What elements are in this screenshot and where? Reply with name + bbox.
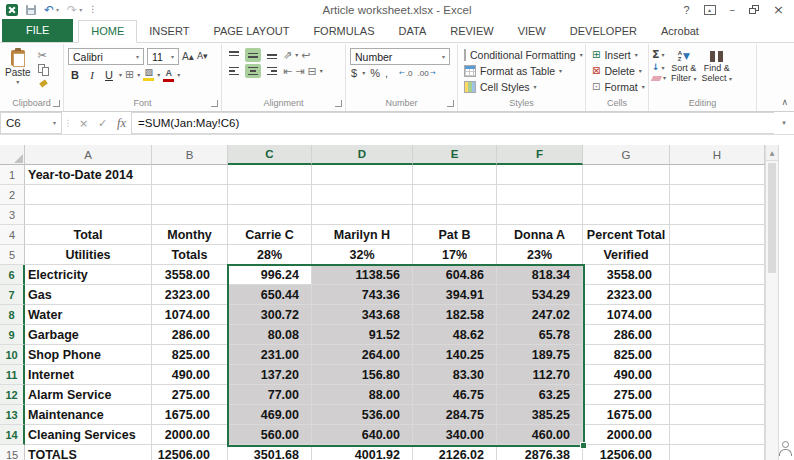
row-header-7[interactable]: 7 (0, 285, 25, 305)
cell-A12[interactable]: Alarm Service (25, 385, 152, 405)
close-button[interactable]: × (773, 3, 784, 16)
font-dialog-launcher[interactable] (211, 100, 218, 107)
cell-A14[interactable]: Cleaning Services (25, 425, 152, 445)
increase-decimal-button[interactable]: ← .0 (399, 69, 413, 78)
ribbon-display-options-icon[interactable]: ▴ (704, 5, 716, 15)
delete-cells-button[interactable]: ⊠ Delete ▾ (586, 63, 648, 79)
increase-font-size-button[interactable]: A▴ (182, 52, 194, 62)
increase-indent-button[interactable]: ⇥ (295, 66, 304, 77)
cell-D7[interactable]: 743.36 (312, 285, 413, 305)
cell-B10[interactable]: 825.00 (152, 345, 228, 365)
cell-B11[interactable]: 490.00 (152, 365, 228, 385)
cell-A10[interactable]: Shop Phone (25, 345, 152, 365)
cell-A4[interactable]: Total (25, 225, 152, 245)
cell-E10[interactable]: 140.25 (413, 345, 497, 365)
cell-F8[interactable]: 247.02 (497, 305, 583, 325)
cell-E7[interactable]: 394.91 (413, 285, 497, 305)
cell-H1[interactable] (670, 165, 765, 185)
cell-B1[interactable] (152, 165, 228, 185)
cell-B2[interactable] (152, 185, 228, 205)
row-header-4[interactable]: 4 (0, 225, 25, 245)
tab-insert[interactable]: INSERT (137, 21, 201, 42)
orientation-button[interactable]: ⇗ (283, 50, 292, 61)
row-header-2[interactable]: 2 (0, 185, 25, 205)
cell-H2[interactable] (670, 185, 765, 205)
cell-D3[interactable] (312, 205, 413, 225)
insert-cells-button[interactable]: ⊞ Insert ▾ (586, 47, 648, 63)
cell-D1[interactable] (312, 165, 413, 185)
cell-A15[interactable]: TOTALS (25, 445, 152, 460)
name-box[interactable]: C6 ▾ (0, 112, 62, 134)
cell-D11[interactable]: 156.80 (312, 365, 413, 385)
cell-D4[interactable]: Marilyn H (312, 225, 413, 245)
cell-C4[interactable]: Carrie C (228, 225, 312, 245)
tab-acrobat[interactable]: Acrobat (649, 21, 711, 42)
cell-C13[interactable]: 469.00 (228, 405, 312, 425)
cell-C11[interactable]: 137.20 (228, 365, 312, 385)
cell-B12[interactable]: 275.00 (152, 385, 228, 405)
row-header-13[interactable]: 13 (0, 405, 25, 425)
customize-qat-icon[interactable]: ⋮ (88, 5, 97, 14)
cell-G14[interactable]: 2000.00 (583, 425, 670, 445)
number-dialog-launcher[interactable] (447, 100, 454, 107)
redo-icon[interactable]: ↷ (67, 4, 77, 16)
cell-A13[interactable]: Maintenance (25, 405, 152, 425)
tab-developer[interactable]: DEVELOPER (558, 21, 649, 42)
cell-G1[interactable] (583, 165, 670, 185)
cell-B6[interactable]: 3558.00 (152, 265, 228, 285)
alignment-dialog-launcher[interactable] (335, 100, 342, 107)
cell-F10[interactable]: 189.75 (497, 345, 583, 365)
cell-F9[interactable]: 65.78 (497, 325, 583, 345)
bottom-align-button[interactable] (264, 48, 280, 62)
tab-formulas[interactable]: FORMULAS (301, 21, 386, 42)
decrease-decimal-button[interactable]: .00 → (418, 69, 436, 78)
cell-G15[interactable]: 12506.00 (583, 445, 670, 460)
autosum-button[interactable]: Σ▾ (652, 49, 666, 60)
cell-G7[interactable]: 2323.00 (583, 285, 670, 305)
cell-H8[interactable] (670, 305, 765, 325)
underline-dropdown-arrow-icon[interactable]: ▾ (119, 72, 122, 78)
cell-E9[interactable]: 48.62 (413, 325, 497, 345)
cell-E5[interactable]: 17% (413, 245, 497, 265)
minimize-button[interactable]: – (730, 4, 736, 15)
cell-E11[interactable]: 83.30 (413, 365, 497, 385)
format-painter-button[interactable] (38, 79, 49, 90)
column-header-A[interactable]: A (25, 145, 152, 165)
cell-A11[interactable]: Internet (25, 365, 152, 385)
cell-C15[interactable]: 3501.68 (228, 445, 312, 460)
cell-G8[interactable]: 1074.00 (583, 305, 670, 325)
borders-button[interactable]: ⊞ (125, 69, 134, 80)
cell-C1[interactable] (228, 165, 312, 185)
cell-A3[interactable] (25, 205, 152, 225)
cell-E12[interactable]: 46.75 (413, 385, 497, 405)
font-size-dropdown[interactable]: 11 ▾ (147, 48, 179, 65)
scroll-up-button[interactable]: ▲ (766, 145, 778, 161)
orientation-dropdown-arrow-icon[interactable]: ▾ (295, 52, 298, 58)
cell-A6[interactable]: Electricity (25, 265, 152, 285)
cell-H6[interactable] (670, 265, 765, 285)
paste-button[interactable]: Paste ▾ (2, 48, 34, 90)
cell-D9[interactable]: 91.52 (312, 325, 413, 345)
cell-F11[interactable]: 112.70 (497, 365, 583, 385)
cell-F4[interactable]: Donna A (497, 225, 583, 245)
cell-D6[interactable]: 1138.56 (312, 265, 413, 285)
cell-E15[interactable]: 2126.02 (413, 445, 497, 460)
cell-D15[interactable]: 4001.92 (312, 445, 413, 460)
cell-E4[interactable]: Pat B (413, 225, 497, 245)
cell-F7[interactable]: 534.29 (497, 285, 583, 305)
conditional-formatting-button[interactable]: Conditional Formatting ▾ (458, 47, 585, 63)
confirm-entry-button[interactable]: ✓ (93, 112, 112, 134)
cell-C8[interactable]: 300.72 (228, 305, 312, 325)
cell-D5[interactable]: 32% (312, 245, 413, 265)
cell-H14[interactable] (670, 425, 765, 445)
borders-dropdown-arrow-icon[interactable]: ▾ (137, 72, 140, 78)
font-name-dropdown[interactable]: Calibri ▾ (68, 48, 144, 65)
cell-H5[interactable] (670, 245, 765, 265)
cell-C10[interactable]: 231.00 (228, 345, 312, 365)
fill-color-button[interactable]: ▨ (143, 68, 154, 81)
accounting-dropdown-arrow-icon[interactable]: ▾ (362, 70, 365, 76)
column-header-E[interactable]: E (413, 145, 497, 165)
align-left-button[interactable] (226, 64, 242, 78)
cell-H13[interactable] (670, 405, 765, 425)
cell-H15[interactable] (670, 445, 765, 460)
